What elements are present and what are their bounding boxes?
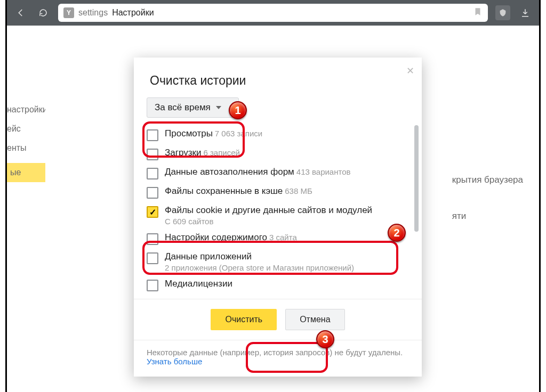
- checkbox[interactable]: [147, 168, 158, 179]
- item-sub: 3 сайта: [269, 233, 297, 242]
- site-icon: Y: [63, 7, 74, 18]
- checkbox-row-media-licenses: Медиалицензии: [147, 275, 415, 295]
- checkbox[interactable]: [147, 233, 158, 245]
- sidebar-item[interactable]: настройки: [7, 100, 45, 119]
- checkbox-row-app-data: Данные приложений2 приложения (Opera sto…: [147, 248, 415, 275]
- clear-items-list: Просмотры7 063 записи Загрузки6 записей …: [134, 125, 422, 295]
- time-range-select[interactable]: За всё время: [147, 97, 239, 118]
- learn-more-link[interactable]: Узнать больше: [147, 357, 202, 366]
- bookmark-icon[interactable]: [473, 7, 483, 19]
- callout-badge-1: 1: [229, 101, 247, 119]
- callout-badge-3: 3: [316, 330, 334, 348]
- checkbox-row-content-settings: Настройки содержимого3 сайта: [147, 229, 415, 248]
- dialog-note: Некоторые данные (например, история запр…: [134, 340, 422, 377]
- close-icon[interactable]: ✕: [406, 65, 414, 77]
- dialog-title: Очистка истории: [134, 58, 422, 97]
- item-label: Настройки содержимого: [165, 232, 267, 242]
- scrollbar-thumb[interactable]: [414, 125, 419, 232]
- checkbox-row-autofill: Данные автозаполнения форм413 вариантов: [147, 164, 415, 183]
- reload-button[interactable]: [36, 5, 51, 20]
- clear-button[interactable]: Очистить: [211, 309, 277, 330]
- cancel-button[interactable]: Отмена: [285, 309, 344, 330]
- sidebar-item[interactable]: ейс: [7, 119, 45, 138]
- checkbox-row-views: Просмотры7 063 записи: [147, 125, 415, 144]
- time-range-value: За всё время: [155, 102, 211, 113]
- url-title: Настройки: [112, 8, 154, 18]
- item-label: Загрузки: [165, 148, 201, 158]
- checkbox-row-downloads: Загрузки6 записей: [147, 144, 415, 164]
- downloads-button[interactable]: [518, 5, 533, 20]
- item-sub: 413 вариантов: [296, 167, 351, 176]
- sidebar-item-active[interactable]: ые: [7, 163, 45, 182]
- sidebar-item[interactable]: енты: [7, 138, 45, 158]
- clear-history-dialog: ✕ Очистка истории За всё время Просмотры…: [134, 58, 422, 377]
- item-label: Просмотры: [165, 128, 213, 138]
- item-label: Данные автозаполнения форм: [165, 167, 294, 177]
- item-label: Файлы cookie и другие данные сайтов и мо…: [165, 205, 372, 215]
- dialog-footer: Очистить Отмена: [134, 299, 422, 340]
- item-sub: 6 записей: [203, 148, 239, 157]
- browser-toolbar: Y settings Настройки: [7, 0, 539, 26]
- checkbox[interactable]: [147, 129, 158, 141]
- checkbox[interactable]: [147, 206, 158, 218]
- checkbox[interactable]: [147, 187, 158, 199]
- item-label: Медиалицензии: [165, 279, 232, 289]
- sidebar-fragment: настройки ейс енты ые: [7, 100, 45, 182]
- item-subline: С 609 сайтов: [165, 217, 397, 226]
- item-subline: 2 приложения (Opera store и Магазин прил…: [165, 263, 397, 272]
- checkbox-row-cache: Файлы сохраненные в кэше638 МБ: [147, 183, 415, 202]
- address-bar[interactable]: Y settings Настройки: [58, 4, 488, 22]
- background-text: крытия браузера яти: [452, 175, 523, 222]
- url-scheme: settings: [78, 8, 108, 18]
- checkbox-row-cookies: Файлы cookie и другие данные сайтов и мо…: [147, 202, 415, 229]
- callout-badge-2: 2: [388, 224, 406, 242]
- item-label: Данные приложений: [165, 251, 252, 262]
- back-button[interactable]: [13, 5, 28, 20]
- extension-ublock[interactable]: [495, 5, 510, 20]
- item-sub: 7 063 записи: [215, 129, 262, 138]
- checkbox[interactable]: [147, 252, 158, 264]
- checkbox[interactable]: [147, 149, 158, 160]
- checkbox[interactable]: [147, 280, 158, 291]
- item-label: Файлы сохраненные в кэше: [165, 186, 283, 196]
- item-sub: 638 МБ: [285, 186, 312, 195]
